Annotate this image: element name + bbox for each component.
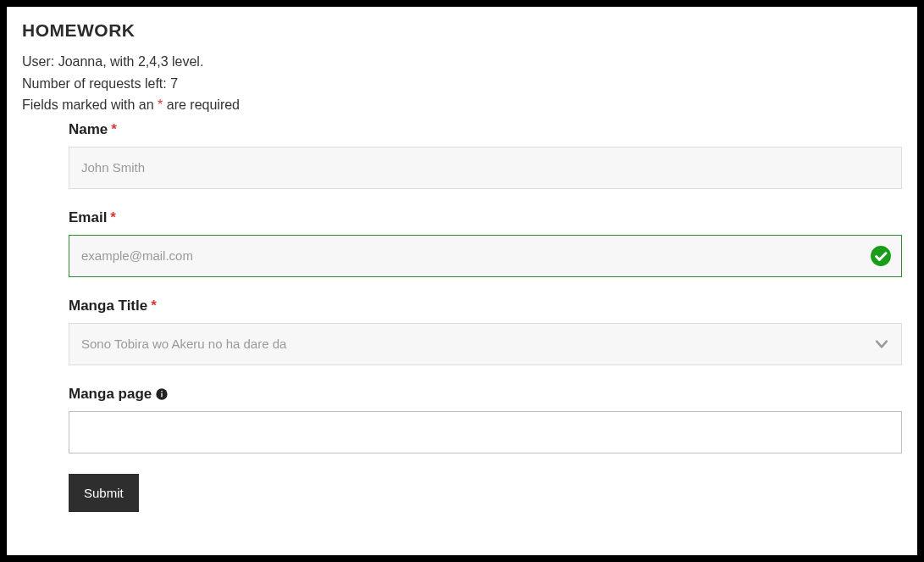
- manga-title-label: Manga Title *: [69, 298, 902, 314]
- manga-page-label-text: Manga page: [69, 386, 152, 403]
- requests-left-line: Number of requests left: 7: [22, 73, 902, 95]
- name-input[interactable]: [69, 147, 902, 189]
- field-group-email: Email *: [69, 209, 902, 277]
- submit-button[interactable]: Submit: [69, 474, 139, 512]
- name-input-wrap: [69, 147, 902, 189]
- manga-title-select-wrap: Sono Tobira wo Akeru no ha dare da: [69, 323, 902, 365]
- form-area: Name * Email *: [22, 121, 902, 512]
- manga-title-select[interactable]: Sono Tobira wo Akeru no ha dare da: [69, 323, 902, 365]
- field-group-manga-title: Manga Title * Sono Tobira wo Akeru no ha…: [69, 298, 902, 365]
- page-title: HOMEWORK: [22, 20, 902, 41]
- name-required-star: *: [111, 121, 117, 138]
- svg-rect-3: [162, 391, 163, 392]
- user-info-line: User: Joanna, with 2,4,3 level.: [22, 51, 902, 73]
- email-label: Email *: [69, 209, 902, 226]
- name-label-text: Name: [69, 121, 108, 138]
- required-note-suffix: are required: [163, 97, 240, 112]
- field-group-name: Name *: [69, 121, 902, 189]
- email-label-text: Email: [69, 209, 107, 226]
- field-group-manga-page: Manga page: [69, 386, 902, 453]
- manga-title-label-text: Manga Title: [69, 298, 147, 314]
- info-circle-icon: [155, 387, 169, 401]
- email-input[interactable]: [69, 235, 902, 277]
- name-label: Name *: [69, 121, 902, 138]
- page-container: HOMEWORK User: Joanna, with 2,4,3 level.…: [7, 7, 917, 555]
- email-required-star: *: [110, 209, 116, 226]
- required-note-prefix: Fields marked with an: [22, 97, 158, 112]
- manga-title-required-star: *: [151, 298, 157, 314]
- manga-page-label: Manga page: [69, 386, 902, 403]
- manga-page-input-wrap: [69, 411, 902, 453]
- email-input-wrap: [69, 235, 902, 277]
- required-note: Fields marked with an * are required: [22, 94, 902, 116]
- manga-page-input[interactable]: [69, 411, 902, 453]
- svg-rect-2: [162, 392, 163, 397]
